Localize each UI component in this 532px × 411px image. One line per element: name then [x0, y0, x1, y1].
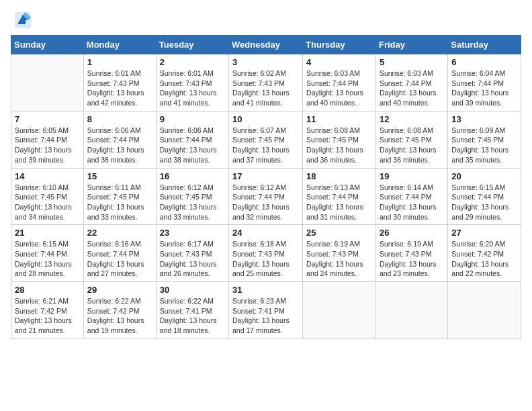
day-info: Sunrise: 6:15 AMSunset: 7:44 PMDaylight:… [15, 239, 80, 279]
calendar-cell [303, 282, 376, 339]
week-row-3: 14Sunrise: 6:10 AMSunset: 7:45 PMDayligh… [11, 168, 521, 225]
calendar-cell: 21Sunrise: 6:15 AMSunset: 7:44 PMDayligh… [11, 225, 84, 282]
calendar-cell: 27Sunrise: 6:20 AMSunset: 7:42 PMDayligh… [448, 225, 521, 282]
day-info: Sunrise: 6:11 AMSunset: 7:45 PMDaylight:… [87, 183, 152, 222]
day-info: Sunrise: 6:03 AMSunset: 7:44 PMDaylight:… [306, 68, 372, 108]
calendar-cell: 28Sunrise: 6:21 AMSunset: 7:42 PMDayligh… [11, 282, 84, 339]
calendar-cell: 25Sunrise: 6:19 AMSunset: 7:43 PMDayligh… [303, 225, 376, 282]
day-number: 31 [232, 285, 299, 295]
day-info: Sunrise: 6:22 AMSunset: 7:42 PMDaylight:… [87, 296, 152, 336]
calendar-cell [375, 282, 447, 339]
calendar-cell: 19Sunrise: 6:14 AMSunset: 7:44 PMDayligh… [375, 168, 447, 225]
calendar-cell: 26Sunrise: 6:19 AMSunset: 7:43 PMDayligh… [375, 225, 447, 282]
calendar-cell: 6Sunrise: 6:04 AMSunset: 7:44 PMDaylight… [448, 54, 521, 111]
header [0, 0, 532, 35]
calendar-cell: 3Sunrise: 6:02 AMSunset: 7:43 PMDaylight… [229, 54, 303, 111]
day-number: 18 [306, 171, 372, 181]
day-info: Sunrise: 6:21 AMSunset: 7:42 PMDaylight:… [15, 296, 80, 336]
calendar-cell: 16Sunrise: 6:12 AMSunset: 7:45 PMDayligh… [156, 168, 228, 225]
day-info: Sunrise: 6:23 AMSunset: 7:41 PMDaylight:… [232, 296, 299, 336]
calendar-cell: 10Sunrise: 6:07 AMSunset: 7:45 PMDayligh… [229, 111, 303, 168]
day-number: 21 [15, 228, 80, 238]
day-number: 2 [160, 57, 225, 67]
day-info: Sunrise: 6:18 AMSunset: 7:43 PMDaylight:… [232, 239, 299, 279]
calendar-cell: 18Sunrise: 6:13 AMSunset: 7:44 PMDayligh… [303, 168, 376, 225]
week-row-2: 7Sunrise: 6:05 AMSunset: 7:44 PMDaylight… [11, 111, 521, 168]
calendar-table: SundayMondayTuesdayWednesdayThursdayFrid… [11, 35, 521, 339]
weekday-header-thursday: Thursday [303, 36, 376, 54]
day-info: Sunrise: 6:17 AMSunset: 7:43 PMDaylight:… [160, 239, 225, 279]
day-info: Sunrise: 6:01 AMSunset: 7:43 PMDaylight:… [160, 68, 225, 108]
day-number: 12 [380, 114, 444, 124]
day-number: 4 [306, 57, 372, 67]
day-number: 24 [232, 228, 299, 238]
page: SundayMondayTuesdayWednesdayThursdayFrid… [0, 0, 532, 411]
day-number: 28 [15, 285, 80, 295]
day-info: Sunrise: 6:03 AMSunset: 7:44 PMDaylight:… [380, 68, 444, 108]
day-number: 17 [232, 171, 299, 181]
logo [13, 11, 35, 30]
day-info: Sunrise: 6:08 AMSunset: 7:45 PMDaylight:… [306, 126, 372, 165]
day-number: 13 [451, 114, 517, 124]
day-number: 3 [232, 57, 299, 67]
day-number: 14 [15, 171, 80, 181]
day-info: Sunrise: 6:19 AMSunset: 7:43 PMDaylight:… [380, 239, 444, 279]
day-info: Sunrise: 6:07 AMSunset: 7:45 PMDaylight:… [232, 126, 299, 165]
day-number: 7 [15, 114, 80, 124]
weekday-header-wednesday: Wednesday [229, 36, 303, 54]
calendar-cell: 11Sunrise: 6:08 AMSunset: 7:45 PMDayligh… [303, 111, 376, 168]
day-info: Sunrise: 6:14 AMSunset: 7:44 PMDaylight:… [380, 183, 444, 222]
day-number: 30 [160, 285, 225, 295]
day-number: 23 [160, 228, 225, 238]
day-number: 9 [160, 114, 225, 124]
day-info: Sunrise: 6:08 AMSunset: 7:45 PMDaylight:… [380, 126, 444, 165]
day-info: Sunrise: 6:22 AMSunset: 7:41 PMDaylight:… [160, 296, 225, 336]
week-row-4: 21Sunrise: 6:15 AMSunset: 7:44 PMDayligh… [11, 225, 521, 282]
day-number: 20 [451, 171, 517, 181]
weekday-header-tuesday: Tuesday [156, 36, 228, 54]
day-number: 1 [87, 57, 152, 67]
calendar-cell [448, 282, 521, 339]
calendar-cell: 8Sunrise: 6:06 AMSunset: 7:44 PMDaylight… [83, 111, 156, 168]
weekday-header-friday: Friday [375, 36, 447, 54]
day-number: 16 [160, 171, 225, 181]
day-number: 5 [380, 57, 444, 67]
calendar-cell: 13Sunrise: 6:09 AMSunset: 7:45 PMDayligh… [448, 111, 521, 168]
day-number: 11 [306, 114, 372, 124]
day-number: 29 [87, 285, 152, 295]
day-number: 27 [451, 228, 517, 238]
calendar-cell [11, 54, 84, 111]
logo-icon [13, 11, 32, 30]
week-row-5: 28Sunrise: 6:21 AMSunset: 7:42 PMDayligh… [11, 282, 521, 339]
weekday-header-row: SundayMondayTuesdayWednesdayThursdayFrid… [11, 36, 521, 54]
calendar-cell: 20Sunrise: 6:15 AMSunset: 7:44 PMDayligh… [448, 168, 521, 225]
day-info: Sunrise: 6:06 AMSunset: 7:44 PMDaylight:… [87, 126, 152, 165]
day-info: Sunrise: 6:12 AMSunset: 7:45 PMDaylight:… [160, 183, 225, 222]
calendar-cell: 22Sunrise: 6:16 AMSunset: 7:44 PMDayligh… [83, 225, 156, 282]
weekday-header-saturday: Saturday [448, 36, 521, 54]
day-info: Sunrise: 6:12 AMSunset: 7:44 PMDaylight:… [232, 183, 299, 222]
calendar-cell: 4Sunrise: 6:03 AMSunset: 7:44 PMDaylight… [303, 54, 376, 111]
day-number: 10 [232, 114, 299, 124]
calendar-cell: 24Sunrise: 6:18 AMSunset: 7:43 PMDayligh… [229, 225, 303, 282]
day-info: Sunrise: 6:02 AMSunset: 7:43 PMDaylight:… [232, 68, 299, 108]
day-number: 8 [87, 114, 152, 124]
day-info: Sunrise: 6:19 AMSunset: 7:43 PMDaylight:… [306, 239, 372, 279]
day-number: 15 [87, 171, 152, 181]
calendar-cell: 23Sunrise: 6:17 AMSunset: 7:43 PMDayligh… [156, 225, 228, 282]
calendar-cell: 15Sunrise: 6:11 AMSunset: 7:45 PMDayligh… [83, 168, 156, 225]
weekday-header-monday: Monday [83, 36, 156, 54]
day-info: Sunrise: 6:13 AMSunset: 7:44 PMDaylight:… [306, 183, 372, 222]
day-info: Sunrise: 6:05 AMSunset: 7:44 PMDaylight:… [15, 126, 80, 165]
day-info: Sunrise: 6:04 AMSunset: 7:44 PMDaylight:… [451, 68, 517, 108]
calendar-cell: 12Sunrise: 6:08 AMSunset: 7:45 PMDayligh… [375, 111, 447, 168]
day-number: 19 [380, 171, 444, 181]
day-info: Sunrise: 6:15 AMSunset: 7:44 PMDaylight:… [451, 183, 517, 222]
day-number: 26 [380, 228, 444, 238]
calendar-cell: 7Sunrise: 6:05 AMSunset: 7:44 PMDaylight… [11, 111, 84, 168]
day-info: Sunrise: 6:10 AMSunset: 7:45 PMDaylight:… [15, 183, 80, 222]
day-info: Sunrise: 6:20 AMSunset: 7:42 PMDaylight:… [451, 239, 517, 279]
calendar-cell: 31Sunrise: 6:23 AMSunset: 7:41 PMDayligh… [229, 282, 303, 339]
week-row-1: 1Sunrise: 6:01 AMSunset: 7:43 PMDaylight… [11, 54, 521, 111]
calendar-cell: 14Sunrise: 6:10 AMSunset: 7:45 PMDayligh… [11, 168, 84, 225]
